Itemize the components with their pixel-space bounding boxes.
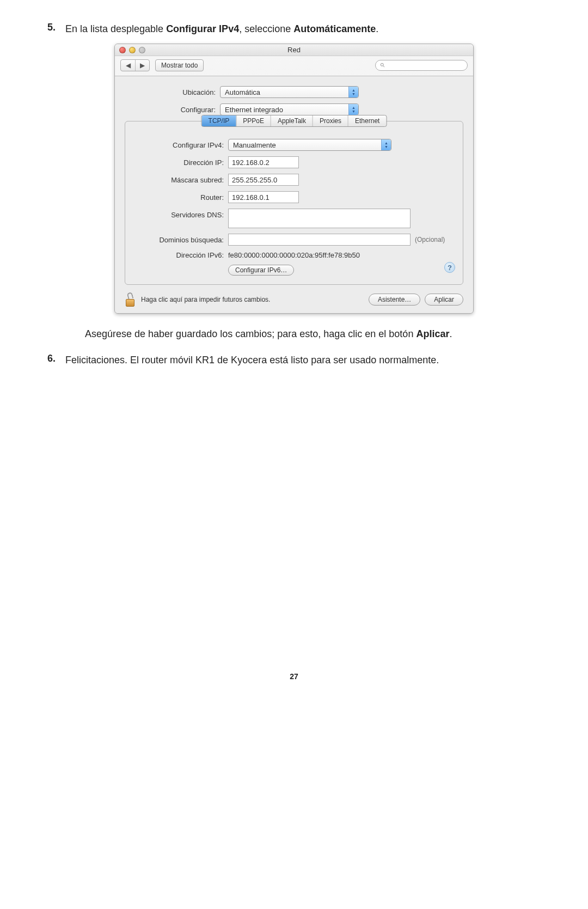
configure-ipv4-popup[interactable]: Manualmente ▲▼: [228, 139, 391, 151]
back-button[interactable]: ◀: [121, 60, 135, 71]
configure-popup[interactable]: Ethernet integrado ▲▼: [220, 103, 359, 115]
assistant-button[interactable]: Asistente…: [369, 294, 420, 306]
subnet-mask-field[interactable]: 255.255.255.0: [228, 174, 299, 186]
page-number: 27: [44, 672, 544, 681]
subnet-mask-label: Máscara subred:: [133, 176, 228, 184]
step-text: En la lista desplegable Configurar IPv4,…: [65, 22, 544, 36]
dns-servers-field[interactable]: [228, 209, 411, 228]
location-label: Ubicación:: [125, 88, 220, 96]
tab-panel: TCP/IP PPPoE AppleTalk Proxies Ethernet …: [125, 121, 463, 285]
search-domains-label: Dominios búsqueda:: [133, 236, 228, 244]
text: En la lista desplegable: [65, 23, 166, 34]
nav-segment: ◀ ▶: [120, 59, 150, 71]
forward-button[interactable]: ▶: [135, 60, 149, 71]
tab-pppoe[interactable]: PPPoE: [236, 115, 271, 126]
popup-value: Manualmente: [233, 141, 276, 149]
apply-button[interactable]: Aplicar: [425, 294, 463, 306]
router-label: Router:: [133, 193, 228, 202]
ip-address-field[interactable]: 192.168.0.2: [228, 156, 299, 168]
popup-value: Automática: [225, 88, 260, 96]
tab-bar: TCP/IP PPPoE AppleTalk Proxies Ethernet: [201, 115, 387, 127]
optional-hint: (Opcional): [415, 236, 445, 243]
search-field[interactable]: [375, 60, 468, 71]
ip-address-label: Dirección IP:: [133, 158, 228, 167]
configure-ipv6-button[interactable]: Configurar IPv6…: [228, 265, 294, 276]
popup-value: Ethernet integrado: [225, 106, 283, 114]
network-preferences-window: Red ◀ ▶ Mostrar todo Ubicación: Automáti…: [114, 44, 474, 314]
popup-arrows-icon: ▲▼: [381, 139, 391, 150]
window-titlebar: Red: [115, 44, 473, 56]
text-bold: Aplicar: [416, 328, 449, 339]
step-text: Felicitaciones. El router móvil KR1 de K…: [65, 353, 544, 367]
configure-label: Configurar:: [125, 106, 220, 114]
search-icon: [380, 63, 385, 68]
help-button[interactable]: ?: [444, 262, 455, 273]
configure-ipv4-label: Configurar IPv4:: [133, 141, 228, 149]
show-all-button[interactable]: Mostrar todo: [155, 59, 204, 71]
window-toolbar: ◀ ▶ Mostrar todo: [115, 56, 473, 76]
tab-appletalk[interactable]: AppleTalk: [271, 115, 313, 126]
lock-text: Haga clic aquí para impedir futuros camb…: [141, 296, 270, 303]
popup-arrows-icon: ▲▼: [348, 87, 358, 97]
instruction-note: Asegúrese de haber guardado los cambios;…: [85, 327, 544, 341]
router-field[interactable]: 192.168.0.1: [228, 191, 299, 203]
tab-ethernet[interactable]: Ethernet: [348, 115, 386, 126]
tab-tcpip[interactable]: TCP/IP: [202, 115, 236, 126]
ipv6-address-label: Dirección IPv6:: [133, 251, 228, 259]
instruction-step-6: 6. Felicitaciones. El router móvil KR1 d…: [44, 353, 544, 367]
tab-proxies[interactable]: Proxies: [313, 115, 348, 126]
location-popup[interactable]: Automática ▲▼: [220, 86, 359, 98]
text-bold: Configurar IPv4: [166, 23, 239, 34]
text: .: [376, 23, 378, 34]
ipv6-address-value: fe80:0000:0000:0000:020a:95ff:fe78:9b50: [228, 251, 360, 259]
text: .: [449, 328, 452, 339]
text: , seleccione: [239, 23, 293, 34]
window-title: Red: [115, 46, 473, 54]
dns-servers-label: Servidores DNS:: [133, 209, 228, 219]
step-number: 6.: [44, 353, 56, 367]
popup-arrows-icon: ▲▼: [348, 104, 358, 115]
instruction-step-5: 5. En la lista desplegable Configurar IP…: [44, 22, 544, 36]
step-number: 5.: [44, 22, 56, 36]
search-domains-field[interactable]: [228, 234, 411, 246]
window-footer: Haga clic aquí para impedir futuros camb…: [125, 292, 463, 307]
svg-point-0: [381, 63, 383, 66]
text-bold: Automáticamente: [293, 23, 376, 34]
text: Asegúrese de haber guardado los cambios;…: [85, 328, 416, 339]
lock-icon[interactable]: [125, 292, 137, 307]
preferences-body: Ubicación: Automática ▲▼ Configurar: Eth…: [115, 76, 473, 313]
svg-line-1: [383, 66, 385, 68]
